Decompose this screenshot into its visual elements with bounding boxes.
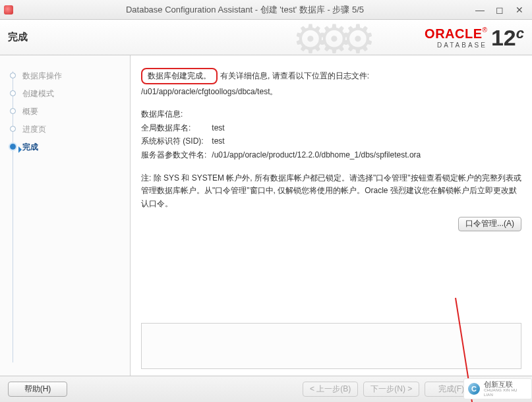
oracle-word: ORACLE — [425, 26, 482, 41]
wizard-button-bar: 帮助(H) < 上一步(B) 下一步(N) > 完成(F) 关闭(C) — [0, 376, 532, 402]
help-button[interactable]: 帮助(H) — [8, 382, 67, 397]
watermark-icon: C — [468, 383, 480, 395]
lock-note: 注: 除 SYS 和 SYSTEM 帐户外, 所有数据库帐户都已锁定。请选择"口… — [141, 172, 521, 211]
close-window-button[interactable]: ✕ — [515, 5, 524, 14]
header-band: 完成 ⚙⚙⚙ ORACLE® DATABASE 12c — [0, 20, 532, 55]
app-icon — [4, 5, 13, 14]
window-title: Database Configuration Assistant - 创建 't… — [18, 4, 471, 16]
sidebar-step-progress[interactable]: 进度页 — [9, 121, 130, 138]
row-spfile: 服务器参数文件名: /u01/app/oracle/product/12.2.0… — [141, 149, 521, 161]
database-word: DATABASE — [425, 42, 487, 49]
main-content: 数据库创建完成。有关详细信息, 请查看以下位置的日志文件: /u01/app/o… — [131, 55, 532, 376]
sidebar-item-label: 概要 — [22, 107, 38, 116]
sidebar-item-label: 进度页 — [22, 125, 46, 134]
version-label: 12c — [491, 26, 524, 49]
watermark-line2: CHUANG XIN HU LIAN — [484, 388, 527, 397]
minimize-button[interactable]: — — [475, 5, 485, 14]
password-management-button[interactable]: 口令管理...(A) — [458, 217, 521, 231]
page-title: 完成 — [8, 31, 28, 43]
oracle-brand: ORACLE® DATABASE 12c — [425, 26, 524, 49]
watermark-logo: C 创新互联 CHUANG XIN HU LIAN — [463, 378, 532, 399]
sidebar-step-db-operation[interactable]: 数据库操作 — [9, 67, 130, 85]
row-sid: 系统标识符 (SID): test — [141, 135, 521, 148]
sidebar-step-create-mode[interactable]: 创建模式 — [9, 85, 130, 103]
step-sidebar: 数据库操作 创建模式 概要 进度页 完成 — [0, 55, 131, 376]
sidebar-item-label: 数据库操作 — [22, 71, 62, 80]
completion-rest: 有关详细信息, 请查看以下位置的日志文件: — [220, 71, 369, 80]
sidebar-item-label: 创建模式 — [22, 89, 54, 98]
window-titlebar: Database Configuration Assistant - 创建 't… — [0, 0, 532, 20]
watermark-line1: 创新互联 — [484, 380, 527, 388]
sidebar-step-summary[interactable]: 概要 — [9, 103, 130, 121]
back-button: < 上一步(B) — [303, 382, 358, 397]
maximize-button[interactable]: ◻ — [495, 5, 504, 14]
row-global-db-name: 全局数据库名: test — [141, 122, 521, 134]
completion-line: 数据库创建完成。有关详细信息, 请查看以下位置的日志文件: — [141, 68, 521, 84]
gears-icon: ⚙⚙⚙ — [293, 20, 364, 55]
next-button: 下一步(N) > — [363, 382, 419, 397]
db-info-header: 数据库信息: — [141, 108, 521, 121]
log-path: /u01/app/oracle/cfgtoollogs/dbca/test。 — [141, 86, 521, 98]
sidebar-step-finish[interactable]: 完成 — [9, 138, 130, 156]
completion-highlight: 数据库创建完成。 — [141, 68, 218, 84]
